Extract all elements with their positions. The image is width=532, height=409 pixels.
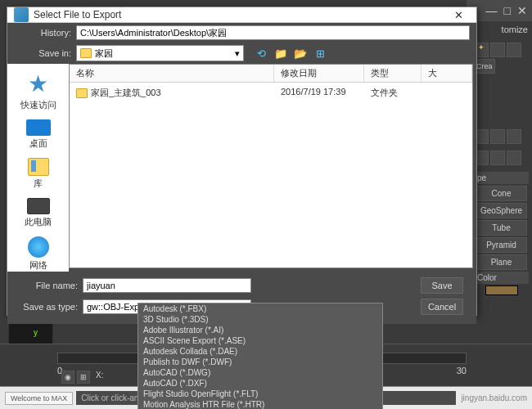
format-option[interactable]: AutoCAD (*.DXF) — [138, 378, 382, 389]
desktop-icon — [26, 119, 51, 136]
welcome-label: Welcome to MAX — [5, 392, 73, 405]
category-header: pe — [474, 172, 529, 184]
folder-icon — [80, 48, 92, 58]
col-type[interactable]: 类型 — [364, 65, 422, 82]
primitive-pyramid-button[interactable]: Pyramid — [476, 237, 527, 253]
axis-y-label: y — [34, 328, 38, 337]
format-option[interactable]: AutoCAD (*.DWG) — [138, 367, 382, 378]
list-item[interactable]: 家园_主建筑_003 2016/7/19 17:39 文件夹 — [70, 83, 472, 103]
watermark: jingyan.baidu.com — [461, 393, 527, 402]
places-bar: ★ 快速访问 桌面 库 此电脑 — [7, 64, 69, 272]
minimize-icon[interactable]: — — [486, 4, 498, 17]
network-icon — [28, 236, 49, 258]
dialog-close-icon[interactable]: ✕ — [447, 9, 470, 21]
format-option[interactable]: Autodesk (*.FBX) — [138, 303, 382, 314]
new-folder-icon[interactable]: 📂 — [293, 46, 308, 61]
format-option[interactable]: Flight Studio OpenFlight (*.FLT) — [138, 389, 382, 399]
x-coord-label: X: — [96, 371, 103, 384]
filename-input[interactable] — [83, 278, 251, 293]
format-option[interactable]: Autodesk Collada (*.DAE) — [138, 346, 382, 357]
pc-icon — [27, 198, 50, 214]
star-icon: ★ — [28, 70, 48, 97]
format-option[interactable]: ASCII Scene Export (*.ASE) — [138, 335, 382, 346]
primitive-tube-button[interactable]: Tube — [476, 220, 527, 236]
export-dialog: Select File to Export ✕ History: Save in… — [7, 7, 477, 316]
dialog-titlebar[interactable]: Select File to Export ✕ — [7, 7, 476, 23]
place-desktop[interactable]: 桌面 — [26, 119, 51, 150]
col-size[interactable]: 大 — [422, 65, 472, 82]
history-label: History: — [14, 28, 71, 38]
save-button[interactable]: Save — [421, 277, 463, 294]
tool-icon[interactable] — [507, 43, 521, 57]
place-libraries[interactable]: 库 — [28, 158, 49, 190]
savetype-label: Save as type: — [20, 302, 78, 312]
col-date[interactable]: 修改日期 — [274, 65, 364, 82]
dialog-title: Select File to Export — [34, 9, 447, 20]
tool-icon[interactable] — [490, 129, 505, 144]
key-icon[interactable]: ◉ — [61, 371, 74, 384]
maximize-icon[interactable]: □ — [504, 4, 511, 17]
place-network[interactable]: 网络 — [28, 236, 49, 272]
format-option[interactable]: 3D Studio (*.3DS) — [138, 314, 382, 325]
library-icon — [28, 158, 49, 176]
color-label: Color — [474, 272, 529, 284]
key-icon[interactable]: ⊞ — [77, 371, 90, 384]
savein-label: Save in: — [14, 48, 71, 58]
place-quick-access[interactable]: ★ 快速访问 — [20, 70, 56, 111]
list-header[interactable]: 名称 修改日期 类型 大 — [70, 65, 472, 83]
menu-fragment[interactable]: tomize — [502, 25, 528, 34]
tool-icon[interactable] — [507, 129, 521, 144]
place-this-pc[interactable]: 此电脑 — [25, 198, 52, 228]
modify-tab-icon[interactable] — [490, 43, 505, 57]
command-panel: ✦ Crea pe Cone GeoSphere Tube Pyramid Pl… — [471, 39, 532, 300]
col-name[interactable]: 名称 — [70, 65, 274, 82]
view-menu-icon[interactable]: ⊞ — [313, 46, 327, 61]
format-option[interactable]: Adobe Illustrator (*.AI) — [138, 325, 382, 335]
up-icon[interactable]: 📁 — [273, 46, 288, 61]
folder-icon — [76, 88, 88, 98]
savein-select[interactable]: 家园 ▾ — [76, 45, 244, 61]
primitive-plane-button[interactable]: Plane — [476, 254, 527, 270]
primitive-cone-button[interactable]: Cone — [476, 186, 527, 201]
filename-label: File name: — [20, 281, 78, 290]
cancel-button[interactable]: Cancel — [421, 299, 463, 315]
file-list[interactable]: 名称 修改日期 类型 大 家园_主建筑_003 2016/7/19 17:39 … — [69, 64, 473, 268]
tool-icon[interactable] — [490, 151, 505, 165]
tick: 30 — [457, 366, 467, 375]
color-swatch[interactable] — [485, 285, 518, 295]
back-icon[interactable]: ⟲ — [254, 46, 268, 61]
format-option[interactable]: Publish to DWF (*.DWF) — [138, 357, 382, 367]
tool-icon[interactable] — [507, 151, 521, 165]
history-select[interactable] — [76, 25, 470, 40]
primitive-geosphere-button[interactable]: GeoSphere — [476, 203, 527, 218]
close-icon[interactable]: ✕ — [517, 4, 527, 17]
savetype-dropdown[interactable]: Autodesk (*.FBX) 3D Studio (*.3DS) Adobe… — [138, 303, 383, 409]
savein-value: 家园 — [95, 47, 113, 60]
app-icon — [14, 7, 29, 22]
format-option[interactable]: Motion Analysis HTR File (*.HTR) — [138, 399, 382, 409]
chevron-down-icon[interactable]: ▾ — [235, 48, 240, 59]
